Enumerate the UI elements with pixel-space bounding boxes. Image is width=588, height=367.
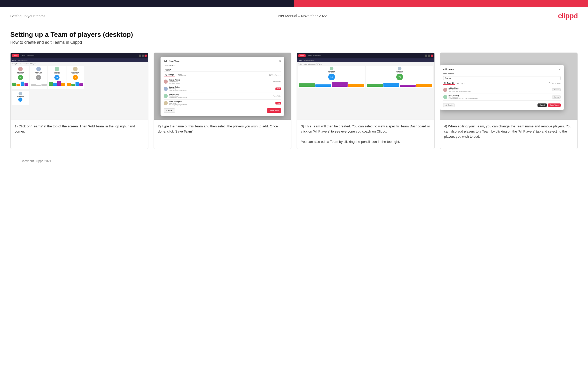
ss1-player-1: Adrian Collins Player Quality 84 [12, 66, 29, 89]
card-2: Add New Team ✕ Team Name * My Team (2) A… [154, 53, 292, 149]
ss4-player-2-club: Plus HandicapRoyal North Devon Golf Club… [449, 96, 552, 99]
ss1-player-3: Blair McHarg Player Quality 94 [48, 66, 66, 89]
ss3-p1-sub: Plus Handicap [329, 72, 334, 73]
ss1-players-row: Adrian Collins Player Quality 84 [12, 66, 147, 89]
ss1-bar-b [16, 84, 20, 86]
ss1-bars-4 [67, 81, 83, 86]
ss1-bar-4a [67, 83, 71, 86]
header-manual-title: User Manual – November 2022 [277, 14, 327, 18]
ss4-save-button[interactable]: Save Team [548, 103, 560, 107]
screenshot-4: Edit Team ✕ Team Name * My Team (2) All … [440, 53, 578, 120]
ss4-player-item-2: Blair McHarg Plus HandicapRoyal North De… [443, 93, 561, 101]
ss1-bar-4b [71, 84, 75, 86]
ss1-nav-items: Home My Networks [22, 55, 34, 56]
ss1-bars-3 [49, 81, 65, 86]
ss2-player-1-status: Player Added [273, 81, 281, 82]
ss3-nav-teams: My Networks [313, 55, 321, 56]
ss2-player-list: Adrian Player Plus HandicapThe Shire Lon… [164, 78, 281, 106]
ss2-player-item-2: Adrian Coliba 1 HandicapCentral London G… [164, 85, 281, 92]
ss4-dialog-title: Edit Team [443, 68, 454, 71]
ss2-player-1-info: Adrian Player Plus HandicapThe Shire Lon… [169, 79, 273, 84]
card-2-text: 2) Type the name of this Team and then s… [154, 120, 291, 138]
ss2-team-name-input[interactable] [164, 68, 281, 72]
ss4-player-1-remove-button[interactable]: Remove [552, 88, 560, 91]
ss4-player-1-club: Plus HandicapThe Shire London, United Ki… [449, 89, 552, 92]
ss4-tab-all-players[interactable]: All Players [456, 82, 466, 85]
ss1-bar-4c [75, 82, 79, 86]
ss2-player-2-avatar [164, 87, 168, 91]
ss2-dialog-header: Add New Team ✕ [164, 60, 281, 63]
ss1-avatar-5 [19, 92, 22, 95]
cards-row: clippd Home My Networks Teams My Perform… [10, 53, 578, 149]
ss3-controls [425, 55, 433, 57]
ss2-player-4-club: 5 HandicapThe Drag Mapping Golf Club [169, 102, 275, 106]
ss1-controls [139, 55, 147, 57]
ss1-player-1-sub: Player Quality [18, 73, 23, 74]
card-3: clippd Home My Networks Teams My Perform… [297, 53, 435, 149]
ss2-dialog-footer: Cancel Save Team [164, 108, 281, 113]
ss4-cancel-button[interactable]: Cancel [537, 103, 547, 107]
ss3-p2-sub: Plus Handicap [397, 72, 403, 73]
ss2-player-4-add-button[interactable]: Add [275, 102, 281, 104]
ss2-filter: Filter by name [269, 74, 281, 76]
page-title: Setting up a Team of players (desktop) [10, 31, 578, 39]
ss4-player-2-remove-button[interactable]: Remove [552, 95, 560, 99]
ss3-score-1: 94 [328, 74, 335, 80]
ss4-delete-button[interactable]: 🗑 Delete [443, 103, 455, 107]
card-3-text: 3) This Team will then be created. You c… [297, 120, 434, 149]
ss1-bars-2 [31, 81, 47, 86]
ss2-close-icon[interactable]: ✕ [279, 60, 281, 63]
ss3-bar-1b [315, 84, 331, 87]
card-4-text-content: 4) When editing your Team, you can chang… [444, 124, 572, 138]
ss1-player-2: Adrian Coliba Player Quality 0 [30, 66, 47, 89]
ss2-player-1-name: Adrian Player [169, 79, 273, 81]
ss4-filter-checkbox[interactable] [549, 82, 550, 84]
ss1-bar-3b [53, 83, 57, 86]
ss1-body-label: Finding 5 out of 4 players from: All Pla… [12, 63, 147, 65]
ss2-cancel-button[interactable]: Cancel [164, 108, 175, 113]
ss3-subnav: Teams My Performance [297, 58, 434, 62]
ss2-player-3-name: Blair McHarg [169, 93, 273, 95]
ss3-ctrl-2 [428, 55, 430, 57]
ss4-player-2-info: Blair McHarg Plus HandicapRoyal North De… [449, 94, 552, 99]
card-4-text: 4) When editing your Team, you can chang… [440, 120, 578, 143]
ss4-close-icon[interactable]: ✕ [559, 68, 561, 71]
ss2-tab-all-players[interactable]: All Players [177, 74, 187, 76]
ss3-bar-1a [299, 83, 315, 87]
ss1-ctrl-2 [142, 55, 144, 57]
ss3-bar-1d [348, 84, 364, 87]
ss1-player-5-name: Richard Butler [17, 96, 24, 97]
ss3-score-2: 72 [396, 74, 403, 80]
ss1-body: Finding 5 out of 4 players from: All Pla… [11, 62, 148, 120]
ss1-bar-d [24, 83, 28, 86]
ss1-avatar-2 [36, 67, 41, 71]
card-1: clippd Home My Networks Teams My Perform… [10, 53, 148, 149]
ss2-player-2-club: 1 HandicapCentral London Golf Centre [169, 88, 275, 91]
ss4-filter: Filter by name [549, 82, 561, 84]
ss2-save-button[interactable]: Save Team [267, 108, 281, 113]
ss2-filter-checkbox[interactable] [269, 74, 271, 76]
ss4-tab-my-team[interactable]: My Team (2) [443, 82, 455, 85]
ss3-nav-home: Home [308, 55, 312, 56]
ss3-topbar: clippd Home My Networks [297, 53, 434, 58]
ss2-player-4-name: Dave Billingham [169, 101, 275, 102]
ss1-avatar-1 [18, 67, 23, 71]
ss1-bar-3a [49, 82, 53, 86]
ss3-subnav-performance: My Performance [304, 59, 314, 61]
ss2-tab-my-team[interactable]: My Team (2) [164, 73, 175, 76]
ss2-player-2-add-button[interactable]: Add [275, 88, 281, 90]
ss4-player-list: Adrian Player Plus HandicapThe Shire Lon… [443, 86, 561, 101]
ss1-avatar-3 [55, 67, 59, 71]
ss1-bar-3d [61, 83, 65, 86]
ss3-subnav-teams: Teams [298, 59, 302, 61]
ss3-bar-2c [400, 85, 416, 87]
ss3-player-2: Richard Butler Plus Handicap 72 [366, 66, 433, 88]
ss1-player-2-sub: Player Quality [36, 73, 41, 74]
ss1-logo: clippd [12, 54, 19, 57]
ss4-team-name-input[interactable] [443, 76, 561, 80]
ss4-player-1-name: Adrian Player [449, 87, 552, 89]
ss2-player-2-name: Adrian Coliba [169, 86, 275, 88]
ss2-tabs: My Team (2) All Players Filter by name [164, 73, 281, 76]
ss1-bar-a [12, 83, 16, 86]
ss1-player-5: Richard Butler 72 [12, 91, 29, 105]
